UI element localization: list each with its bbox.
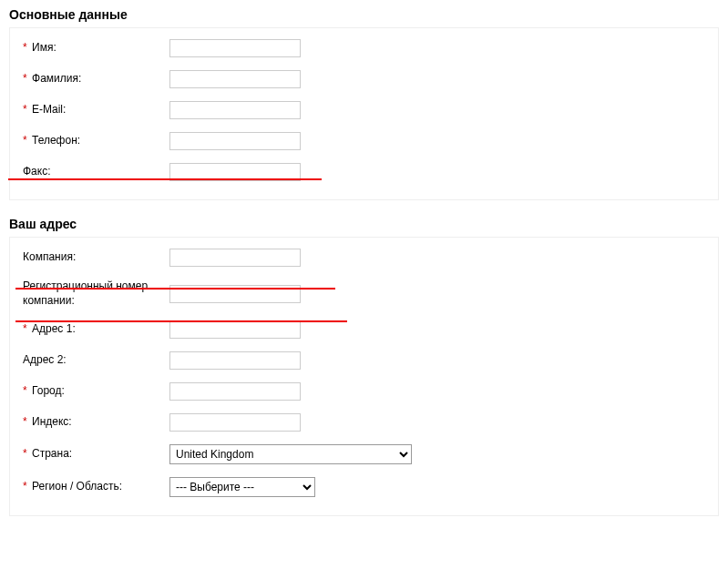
input-address-1[interactable] xyxy=(169,320,301,339)
annotation-strike-company-reg-number xyxy=(15,320,347,322)
input-email[interactable] xyxy=(169,101,301,119)
heading-basic-data: Основные данные xyxy=(9,7,719,22)
annotation-strike-fax xyxy=(8,178,322,180)
label-address-1: * Адрес 1: xyxy=(19,322,169,337)
input-address-2[interactable] xyxy=(169,351,301,370)
required-star: * xyxy=(23,134,27,147)
panel-your-address: Компания: Регистрационный номер компании… xyxy=(9,237,719,516)
label-fax: Факс: xyxy=(19,165,169,179)
label-postcode: * Индекс: xyxy=(19,415,169,430)
required-star: * xyxy=(23,322,27,335)
panel-basic-data: * Имя: * Фамилия: * E-Mail: * Телефон: Ф… xyxy=(9,27,719,200)
label-address-2: Адрес 2: xyxy=(19,353,169,368)
row-city: * Город: xyxy=(19,382,709,401)
label-company-reg-number: Регистрационный номер компании: xyxy=(19,279,169,308)
row-region: * Регион / Область: --- Выберите --- xyxy=(19,477,709,497)
input-postcode[interactable] xyxy=(169,413,301,432)
input-name[interactable] xyxy=(169,39,301,57)
label-region: * Регион / Область: xyxy=(19,480,169,494)
input-surname[interactable] xyxy=(169,70,301,88)
row-address-1: * Адрес 1: xyxy=(19,320,709,339)
select-region[interactable]: --- Выберите --- xyxy=(169,477,315,497)
required-star: * xyxy=(23,103,27,116)
input-phone[interactable] xyxy=(169,132,301,150)
annotation-strike-company xyxy=(15,288,335,290)
required-star: * xyxy=(23,41,27,54)
label-email: * E-Mail: xyxy=(19,103,169,117)
input-city[interactable] xyxy=(169,382,301,401)
label-city: * Город: xyxy=(19,384,169,399)
required-star: * xyxy=(23,72,27,85)
label-country: * Страна: xyxy=(19,447,169,462)
label-phone: * Телефон: xyxy=(19,134,169,148)
row-address-2: Адрес 2: xyxy=(19,351,709,370)
input-company[interactable] xyxy=(169,249,301,267)
required-star: * xyxy=(23,384,27,397)
row-phone: * Телефон: xyxy=(19,132,709,150)
row-name: * Имя: xyxy=(19,39,709,57)
label-surname: * Фамилия: xyxy=(19,72,169,86)
label-name: * Имя: xyxy=(19,41,169,56)
label-company: Компания: xyxy=(19,250,169,265)
row-postcode: * Индекс: xyxy=(19,413,709,432)
required-star: * xyxy=(23,480,27,493)
row-email: * E-Mail: xyxy=(19,101,709,119)
row-country: * Страна: United Kingdom xyxy=(19,444,709,464)
heading-your-address: Ваш адрес xyxy=(9,217,719,231)
select-country[interactable]: United Kingdom xyxy=(169,444,412,464)
row-company: Компания: xyxy=(19,249,709,267)
required-star: * xyxy=(23,447,27,460)
row-surname: * Фамилия: xyxy=(19,70,709,88)
required-star: * xyxy=(23,415,27,428)
row-company-reg-number: Регистрационный номер компании: xyxy=(19,279,709,308)
